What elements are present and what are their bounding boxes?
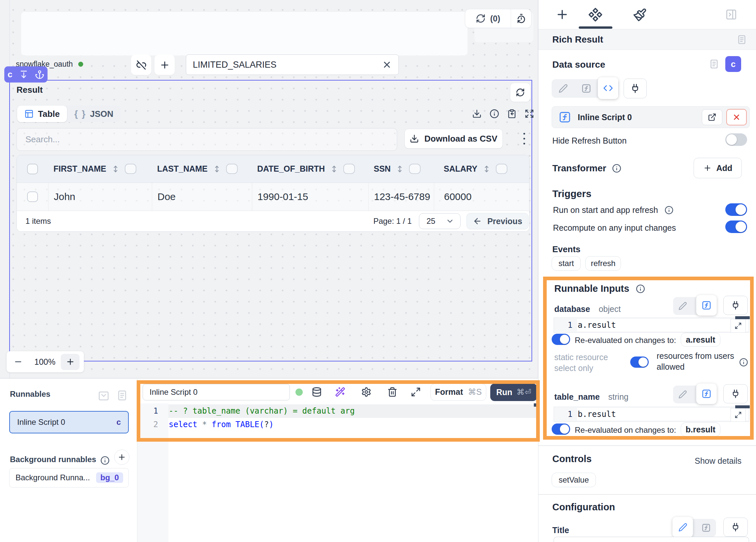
run-button[interactable]: Run ⌘⏎ — [490, 384, 537, 401]
info-icon[interactable] — [490, 109, 499, 119]
anchor-icon[interactable] — [35, 70, 44, 79]
result-refresh-button[interactable] — [510, 83, 530, 102]
table-name-expr-editor[interactable]: 1 b.result — [554, 407, 749, 422]
collapse-panel-icon[interactable] — [725, 9, 737, 20]
connect-mode-button[interactable] — [624, 79, 647, 98]
clear-input-button[interactable] — [382, 60, 392, 70]
setvalue-control-chip[interactable]: setValue — [552, 473, 596, 487]
reeval-chip-a-result[interactable]: a.result — [681, 333, 720, 347]
row-checkbox-cell[interactable] — [17, 183, 48, 211]
connect-mode-button[interactable] — [723, 518, 748, 537]
event-chip-start[interactable]: start — [552, 256, 581, 271]
reeval-chip-b-result[interactable]: b.result — [681, 423, 720, 436]
canvas-top-container[interactable] — [21, 12, 467, 55]
download-icon[interactable] — [472, 109, 482, 119]
event-chip-refresh[interactable]: refresh — [585, 256, 621, 271]
components-tab-icon[interactable] — [588, 7, 603, 22]
code-line-1[interactable]: -- ? table_name (varchar) = default arg — [169, 404, 355, 418]
database-button[interactable] — [312, 387, 322, 398]
hide-refresh-toggle[interactable] — [725, 133, 747, 146]
doc-icon[interactable] — [709, 59, 719, 69]
title-input-partial[interactable] — [554, 537, 749, 542]
add-transformer-button[interactable]: Add — [694, 158, 742, 178]
tab-json[interactable]: { } JSON — [67, 109, 120, 119]
static-mode-button[interactable] — [672, 517, 693, 537]
recompute-toggle[interactable] — [725, 220, 747, 233]
app-refresh-button[interactable]: (0) — [465, 9, 511, 28]
column-pill[interactable] — [226, 164, 238, 174]
search-input[interactable] — [25, 134, 388, 145]
sort-icon[interactable] — [482, 165, 491, 173]
eval-mode-button[interactable] — [696, 384, 717, 404]
page-size-select[interactable]: 25 — [419, 213, 461, 229]
unlink-button[interactable] — [131, 55, 151, 75]
table-menu-button[interactable] — [517, 130, 532, 147]
app-history-button[interactable] — [511, 9, 531, 28]
static-mode-button[interactable] — [673, 390, 692, 399]
tab-table[interactable]: Table — [17, 106, 67, 122]
run-on-start-toggle[interactable] — [725, 203, 747, 216]
sort-icon[interactable] — [213, 165, 221, 173]
open-script-button[interactable] — [702, 109, 722, 125]
add-column-button[interactable] — [155, 55, 175, 75]
settings-button[interactable] — [361, 387, 371, 398]
header-select-all[interactable] — [17, 155, 48, 183]
eval-mode-button[interactable] — [696, 295, 717, 316]
table-name-input[interactable] — [193, 60, 382, 70]
expand-editor-button[interactable] — [411, 387, 421, 398]
template-mode-button[interactable] — [575, 84, 598, 93]
delete-script-button[interactable] — [387, 387, 397, 398]
background-runnable-item[interactable]: Background Runna... bg_0 — [9, 468, 129, 488]
remove-script-button[interactable] — [726, 109, 747, 125]
table-search[interactable] — [17, 128, 397, 151]
column-pill[interactable] — [125, 164, 136, 174]
expand-down-icon[interactable] — [19, 70, 28, 79]
app-canvas[interactable]: (0) snowflake_oauth c Result Ta — [0, 0, 538, 378]
table-name-field[interactable] — [186, 54, 399, 75]
inbox-icon[interactable] — [98, 390, 110, 401]
runnable-item-inline-script-0[interactable]: Inline Script 0 c — [9, 411, 129, 433]
theme-brush-tab-icon[interactable] — [633, 8, 647, 22]
ai-assist-button[interactable] — [335, 387, 345, 398]
header-date-of-birth[interactable]: DATE_OF_BIRTH — [252, 155, 368, 183]
insert-tab-plus-icon[interactable] — [555, 8, 569, 21]
add-background-runnable-button[interactable] — [114, 450, 129, 465]
data-source-id-badge[interactable]: c — [725, 56, 741, 72]
component-toolbar[interactable]: c — [4, 66, 48, 83]
column-pill[interactable] — [409, 164, 421, 174]
script-name-input[interactable] — [150, 388, 283, 397]
connect-mode-button[interactable] — [723, 384, 748, 403]
script-name-field[interactable] — [143, 384, 290, 400]
code-mode-button[interactable] — [598, 77, 618, 99]
datasource-script-row[interactable]: Inline Script 0 — [552, 106, 750, 128]
clipboard-copy-icon[interactable] — [507, 109, 517, 119]
format-button[interactable]: Format ⌘S — [430, 384, 486, 401]
doc-icon[interactable] — [116, 390, 128, 401]
column-pill[interactable] — [496, 164, 507, 174]
table-row[interactable]: John Doe 1990-01-15 123-45-6789 60000 — [17, 183, 529, 211]
database-expr-editor[interactable]: 1 a.result — [554, 318, 749, 333]
header-ssn[interactable]: SSN — [368, 155, 434, 183]
table-name-reeval-toggle[interactable] — [552, 423, 570, 435]
sort-icon[interactable] — [111, 165, 120, 173]
static-mode-button[interactable] — [552, 84, 575, 93]
code-line-2[interactable]: select * from TABLE(?) — [169, 418, 274, 431]
resources-from-users-toggle[interactable] — [630, 356, 649, 368]
checkbox[interactable] — [27, 191, 38, 202]
expand-icon[interactable] — [525, 109, 534, 119]
checkbox[interactable] — [27, 164, 38, 174]
zoom-out-button[interactable] — [7, 357, 30, 366]
expand-editor-button[interactable] — [731, 319, 746, 333]
connect-mode-button[interactable] — [723, 296, 748, 315]
database-reeval-toggle[interactable] — [552, 334, 570, 345]
doc-icon[interactable] — [737, 34, 747, 45]
sort-icon[interactable] — [330, 165, 338, 173]
download-csv-button[interactable]: Download as CSV — [404, 129, 503, 149]
static-mode-button[interactable] — [673, 302, 692, 310]
result-component[interactable]: Result Table { } JSON Download as CS — [9, 80, 532, 361]
previous-page-button[interactable]: Previous — [466, 213, 529, 229]
header-last-name[interactable]: LAST_NAME — [152, 155, 252, 183]
header-first-name[interactable]: FIRST_NAME — [48, 155, 152, 183]
sort-icon[interactable] — [395, 165, 404, 173]
column-pill[interactable] — [343, 164, 355, 174]
